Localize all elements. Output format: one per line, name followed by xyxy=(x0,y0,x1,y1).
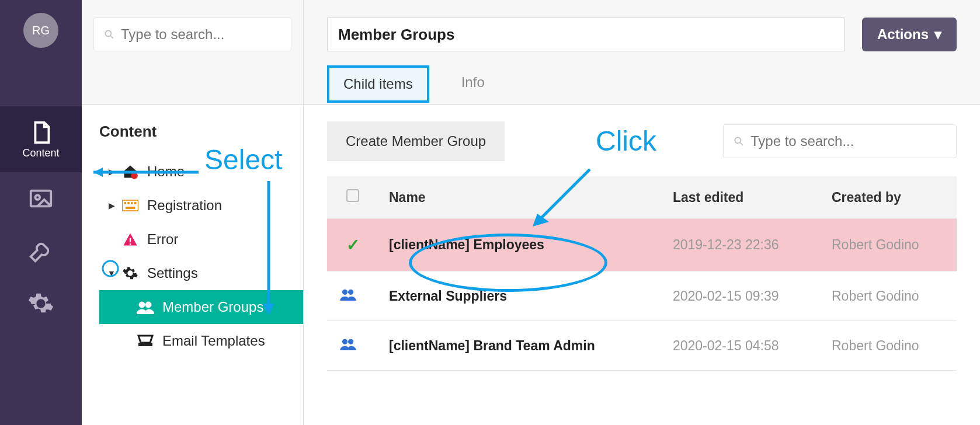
svg-line-18 xyxy=(741,143,743,145)
table-row[interactable]: ✓ [clientName] Employees 2019-12-23 22:3… xyxy=(327,219,957,271)
svg-line-3 xyxy=(111,36,113,39)
col-created-by[interactable]: Created by xyxy=(821,176,957,219)
wrench-icon xyxy=(27,238,54,264)
tree-search[interactable] xyxy=(93,18,291,51)
page-title-input[interactable] xyxy=(327,18,845,51)
cell-name: [clientName] Brand Team Admin xyxy=(389,338,595,353)
svg-point-13 xyxy=(103,261,118,276)
actions-button[interactable]: Actions ▾ xyxy=(862,18,957,51)
svg-rect-16 xyxy=(138,343,152,346)
svg-point-20 xyxy=(348,290,353,295)
nav-rail: RG Content xyxy=(0,0,82,425)
caret-right-icon: ▶ xyxy=(107,201,116,210)
cell-last-edited: 2019-12-23 22:36 xyxy=(673,237,779,252)
table-row[interactable]: External Suppliers 2020-02-15 09:39 Robe… xyxy=(327,271,957,321)
rail-item-content[interactable]: Content xyxy=(0,106,82,172)
cell-created-by: Robert Godino xyxy=(832,288,919,304)
tree-item-error[interactable]: Error xyxy=(99,222,303,256)
tab-child-items[interactable]: Child items xyxy=(327,65,429,103)
tree-item-home[interactable]: ▶ Home xyxy=(99,155,303,189)
caret-right-icon: ▶ xyxy=(107,167,116,176)
select-all-checkbox[interactable] xyxy=(346,189,359,202)
tree-label-email-templates: Email Templates xyxy=(162,333,265,349)
home-icon xyxy=(119,163,141,180)
create-member-group-button[interactable]: Create Member Group xyxy=(327,121,505,161)
document-icon xyxy=(27,119,54,146)
tree-section-label: Content xyxy=(99,123,303,141)
chevron-down-icon: ▾ xyxy=(934,26,941,43)
svg-rect-8 xyxy=(131,202,133,204)
tree-label-home: Home xyxy=(147,163,185,180)
rail-item-settings[interactable] xyxy=(0,225,82,277)
gear-icon xyxy=(27,290,54,317)
rail-item-gear[interactable] xyxy=(0,277,82,330)
cell-last-edited: 2020-02-15 04:58 xyxy=(673,338,779,353)
col-last-edited[interactable]: Last edited xyxy=(662,176,821,219)
tab-info[interactable]: Info xyxy=(447,65,499,103)
actions-label: Actions xyxy=(877,26,929,43)
search-icon xyxy=(733,135,750,147)
tabs: Child items Info xyxy=(327,65,957,103)
tree-panel: Content ▶ Home ▶ Registration xyxy=(82,0,304,425)
avatar[interactable]: RG xyxy=(23,13,58,48)
gear-icon xyxy=(119,265,141,281)
svg-point-17 xyxy=(735,137,741,143)
svg-point-2 xyxy=(105,30,111,36)
tree-label-member-groups: Member Groups xyxy=(162,299,263,315)
table-row[interactable]: [clientName] Brand Team Admin 2020-02-15… xyxy=(327,321,957,371)
cell-created-by: Robert Godino xyxy=(832,338,919,353)
svg-point-15 xyxy=(145,302,151,308)
svg-point-4 xyxy=(131,172,138,179)
svg-rect-12 xyxy=(130,243,131,245)
inbox-icon xyxy=(134,335,157,347)
svg-rect-6 xyxy=(124,202,127,204)
col-name[interactable]: Name xyxy=(378,176,662,219)
check-icon: ✓ xyxy=(346,236,360,254)
svg-rect-10 xyxy=(126,207,135,209)
group-icon xyxy=(134,300,157,314)
cell-name: External Suppliers xyxy=(389,288,507,304)
svg-rect-7 xyxy=(127,202,130,204)
rail-label-content: Content xyxy=(22,147,59,159)
table-search[interactable] xyxy=(723,124,957,158)
tree-item-member-groups[interactable]: Member Groups xyxy=(99,290,303,324)
tree-search-input[interactable] xyxy=(121,26,282,43)
svg-rect-9 xyxy=(134,202,137,204)
tree-item-registration[interactable]: ▶ Registration xyxy=(99,189,303,222)
cell-name: [clientName] Employees xyxy=(389,237,544,252)
svg-point-14 xyxy=(139,302,145,308)
cell-created-by: Robert Godino xyxy=(832,237,919,252)
tree-item-settings[interactable]: ▼ Settings xyxy=(99,256,303,290)
tree-label-settings: Settings xyxy=(147,265,198,281)
group-icon xyxy=(338,337,359,350)
tree-item-email-templates[interactable]: Email Templates xyxy=(99,324,303,358)
table-search-input[interactable] xyxy=(750,133,947,149)
cell-last-edited: 2020-02-15 09:39 xyxy=(673,288,779,304)
tree-label-registration: Registration xyxy=(147,197,222,214)
svg-rect-11 xyxy=(130,238,131,242)
search-icon xyxy=(103,29,121,40)
member-groups-table: Name Last edited Created by ✓ [clientNam… xyxy=(327,176,957,371)
tree-list: ▶ Home ▶ Registration xyxy=(99,155,303,358)
caret-down-icon: ▼ xyxy=(107,269,116,278)
svg-point-21 xyxy=(342,339,347,344)
group-icon xyxy=(338,288,359,301)
keyboard-icon xyxy=(119,200,141,211)
tree-label-error: Error xyxy=(147,231,178,248)
svg-rect-5 xyxy=(122,200,138,211)
main-panel: Actions ▾ Child items Info Create Member… xyxy=(304,0,980,425)
svg-point-19 xyxy=(342,290,347,295)
rail-item-media[interactable] xyxy=(0,172,82,225)
warning-icon xyxy=(119,231,141,248)
image-icon xyxy=(27,185,54,212)
svg-point-1 xyxy=(35,195,40,200)
svg-point-22 xyxy=(348,339,353,344)
